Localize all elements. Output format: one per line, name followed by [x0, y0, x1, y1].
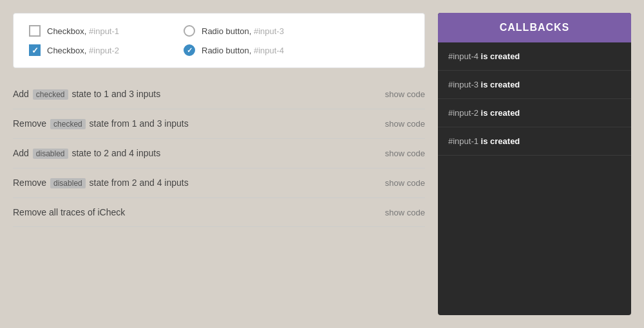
input-row-2: Checkbox, #input-2 Radio button, #input-… [29, 44, 409, 56]
checkbox-2-id: #input-2 [89, 46, 119, 55]
checkbox-unchecked-icon[interactable] [29, 25, 41, 37]
show-code-button-3[interactable]: show code [385, 149, 425, 158]
action-list: Add checked state to 1 and 3 inputs show… [13, 80, 425, 227]
action-row-4: Remove disabled state from 2 and 4 input… [13, 169, 425, 198]
callback-id-4: #input-4 [448, 51, 481, 61]
radio-input-4: Radio button, #input-4 [184, 44, 312, 56]
checkbox-1-label: Checkbox, #input-1 [47, 26, 119, 36]
callbacks-header: CALLBACKS [438, 13, 631, 42]
action-4-text: Remove disabled state from 2 and 4 input… [13, 178, 189, 188]
disabled-badge-1: disabled [33, 149, 68, 159]
show-code-button-2[interactable]: show code [385, 119, 425, 129]
left-panel: Checkbox, #input-1 Radio button, #input-… [13, 13, 425, 227]
preview-box: Checkbox, #input-1 Radio button, #input-… [13, 13, 425, 68]
callback-id-3: #input-3 [448, 80, 481, 89]
callback-action-2: is created [481, 108, 520, 118]
checkbox-2-label: Checkbox, #input-2 [47, 46, 119, 55]
callback-item-2: #input-2 is created [438, 99, 631, 127]
action-1-text: Add checked state to 1 and 3 inputs [13, 89, 160, 100]
action-2-text: Remove checked state from 1 and 3 inputs [13, 118, 189, 129]
radio-input-3: Radio button, #input-3 [184, 25, 312, 37]
action-row-3: Add disabled state to 2 and 4 inputs sho… [13, 139, 425, 169]
action-row-5: Remove all traces of iCheck show code [13, 198, 425, 227]
checked-badge-2: checked [50, 119, 86, 129]
radio-3-id: #input-3 [254, 26, 284, 36]
callbacks-title: CALLBACKS [500, 22, 570, 33]
callback-item-4: #input-4 is created [438, 42, 631, 71]
radio-4-label: Radio button, #input-4 [202, 46, 284, 55]
callback-item-1: #input-1 is created [438, 127, 631, 156]
show-code-button-4[interactable]: show code [385, 178, 425, 188]
show-code-button-5[interactable]: show code [385, 208, 425, 217]
input-row-1: Checkbox, #input-1 Radio button, #input-… [29, 25, 409, 37]
callback-action-1: is created [481, 136, 520, 146]
action-3-text: Add disabled state to 2 and 4 inputs [13, 148, 160, 159]
show-code-button-1[interactable]: show code [385, 89, 425, 99]
action-row-1: Add checked state to 1 and 3 inputs show… [13, 80, 425, 109]
callback-action-4: is created [481, 51, 520, 61]
disabled-badge-2: disabled [50, 178, 86, 188]
action-5-text: Remove all traces of iCheck [13, 207, 125, 217]
callback-list: #input-4 is created #input-3 is created … [438, 42, 631, 156]
radio-unchecked-icon[interactable] [184, 25, 195, 37]
callbacks-panel: CALLBACKS #input-4 is created #input-3 i… [438, 13, 631, 315]
radio-3-label: Radio button, #input-3 [202, 26, 284, 36]
checkbox-input-1: Checkbox, #input-1 [29, 25, 158, 37]
checkbox-input-2: Checkbox, #input-2 [29, 44, 158, 56]
callback-id-1: #input-1 [448, 136, 481, 146]
checked-badge-1: checked [33, 89, 68, 100]
callback-item-3: #input-3 is created [438, 71, 631, 99]
action-row-2: Remove checked state from 1 and 3 inputs… [13, 109, 425, 139]
checkbox-checked-icon[interactable] [29, 44, 41, 56]
radio-4-id: #input-4 [254, 46, 284, 55]
callback-action-3: is created [481, 80, 520, 89]
callback-id-2: #input-2 [448, 108, 481, 118]
checkbox-1-id: #input-1 [89, 26, 119, 36]
radio-checked-icon[interactable] [184, 44, 195, 56]
